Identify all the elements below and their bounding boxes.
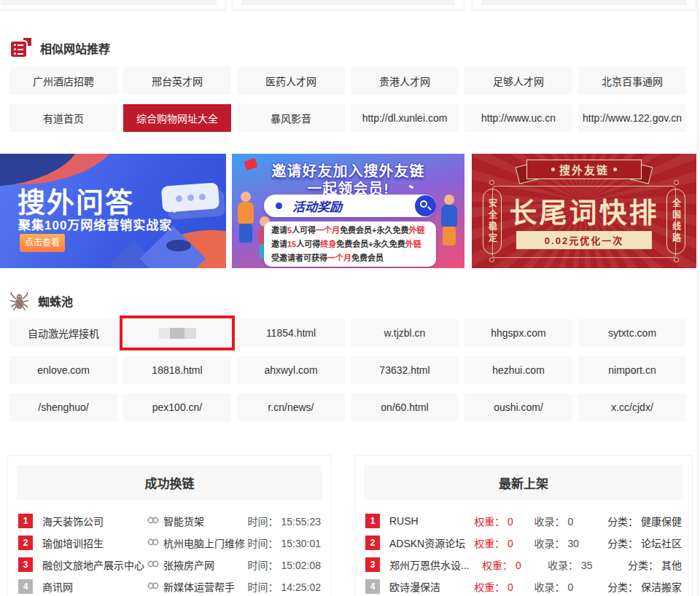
site-link-button[interactable]: /shenghuo/: [9, 393, 117, 421]
invite-rule-line: 受邀请者可获得一个月免费会员: [271, 251, 429, 265]
rank-badge: 4: [18, 579, 33, 594]
site-link-button[interactable]: 有道首页: [9, 104, 117, 132]
site-link-button[interactable]: 综合购物网址大全: [123, 104, 231, 132]
site-link-button[interactable]: sytxtc.com: [578, 319, 686, 347]
banner-souwai-qa[interactable]: 搜外问答 聚集100万网络营销实战家 点击查看: [0, 154, 226, 268]
top-card-inner-bar: [481, 0, 687, 5]
site-link-button[interactable]: 贵港人才网: [351, 67, 459, 95]
dot-decoration: [613, 168, 617, 171]
site-link-button[interactable]: 北京百事通网: [578, 67, 686, 95]
listing-weight: 权重： 0: [474, 536, 534, 550]
similar-sites-section-header: 相似网站推荐: [9, 38, 110, 58]
page-right-border: [697, 0, 698, 596]
rank-badge: 1: [365, 514, 380, 528]
rank-banner-ribbon: 搜外友链: [526, 160, 642, 179]
exchange-partner-link[interactable]: 智能货架: [163, 514, 204, 528]
bullet-dot-icon: [276, 203, 282, 209]
exchange-rows: 1海天装饰公司智能货架时间： 15:55:232瑜伽培训招生杭州电脑上门维修时间…: [8, 509, 331, 596]
redacted-blur-block: [170, 328, 184, 339]
site-link-button[interactable]: oushi.com/: [464, 393, 572, 421]
magnifier-icon: [415, 195, 436, 216]
site-link-button[interactable]: http://dl.xunlei.com: [351, 104, 459, 132]
listing-includes: 收录： 30: [534, 536, 608, 550]
rank-badge: 3: [365, 557, 380, 572]
similar-sites-heading: 相似网站推荐: [40, 39, 110, 57]
exchange-partner-link[interactable]: 杭州电脑上门维修: [163, 536, 245, 550]
banner-longtail-rank[interactable]: 搜外友链 长尾词快排 0.02元优化一次 安全稳定 全国线路: [472, 154, 696, 268]
listing-name-link[interactable]: 郑州万恩供水设...: [389, 557, 482, 572]
site-link-button[interactable]: 18818.html: [123, 356, 231, 384]
site-link-button[interactable]: http://www.122.gov.cn: [578, 104, 686, 132]
listing-name-link[interactable]: ADSKN资源论坛: [389, 536, 474, 550]
new-listings-panel: 最新上架 1RUSH权重： 0收录： 0分类： 健康保健2ADSKN资源论坛权重…: [354, 455, 693, 596]
spider-pool-section-header: 蜘蛛池: [9, 291, 73, 310]
listings-panel-title: 最新上架: [364, 465, 683, 500]
chain-link-icon: [147, 559, 160, 570]
site-link-button[interactable]: x.cc/cjdx/: [578, 393, 686, 421]
exchange-time: 时间： 15:55:23: [248, 514, 321, 528]
qa-banner-cta-button[interactable]: 点击查看: [20, 234, 65, 252]
site-link-button[interactable]: hezhui.com: [464, 356, 572, 384]
listing-weight: 权重： 0: [474, 514, 534, 528]
exchange-site-link[interactable]: 瑜伽培训招生: [42, 536, 147, 550]
site-link-button[interactable]: hhgspx.com: [464, 319, 572, 347]
site-link-button[interactable]: r.cn/news/: [237, 393, 345, 421]
site-link-button[interactable]: 邢台英才网: [123, 67, 231, 95]
site-link-button[interactable]: 73632.html: [351, 356, 459, 384]
illustration-person-left: [238, 192, 254, 243]
site-link-button-redacted[interactable]: [120, 315, 235, 350]
rank-badge: 3: [18, 557, 33, 572]
rank-badge: 4: [365, 579, 380, 594]
spider-icon: [9, 291, 29, 310]
site-link-button[interactable]: 医药人才网: [237, 67, 345, 95]
invite-rule-line: 邀请5人可得一个月免费会员+永久免费外链: [271, 224, 429, 238]
exchange-partner-link[interactable]: 张掖房产网: [163, 557, 214, 572]
exchange-row: 4商讯网新媒体运营帮手时间： 14:25:02: [18, 576, 321, 596]
site-link-button[interactable]: 自动激光焊接机: [9, 319, 117, 347]
invite-rule-line: 邀请15人可得终身免费会员+永久免费外链: [271, 238, 429, 251]
site-link-button[interactable]: 足够人才网: [464, 67, 572, 95]
redacted-blur-block: [159, 328, 170, 339]
exchange-success-panel: 成功换链 1海天装饰公司智能货架时间： 15:55:232瑜伽培训招生杭州电脑上…: [7, 455, 332, 596]
exchange-site-link[interactable]: 融创文旅地产展示中心: [42, 557, 147, 572]
listing-weight: 权重： 0: [482, 557, 548, 572]
site-link-button[interactable]: 11854.html: [237, 319, 345, 347]
listing-includes: 收录： 0: [534, 579, 608, 594]
site-link-button[interactable]: w.tjzbl.cn: [351, 319, 459, 347]
exchange-site-link[interactable]: 海天装饰公司: [42, 514, 147, 528]
chain-link-icon: [147, 515, 160, 527]
chain-link-icon: [147, 537, 160, 549]
site-link-button[interactable]: nimport.cn: [578, 356, 686, 384]
exchange-site-link[interactable]: 商讯网: [42, 579, 147, 594]
banner-invite-friends[interactable]: 邀请好友加入搜外友链 一起领会员! 活动奖励 邀请5人可得一个月免费会员+永久免…: [232, 154, 464, 268]
redacted-blur-block: [184, 328, 196, 339]
invite-reward-label: 活动奖励: [292, 197, 342, 215]
dot-decoration: [551, 168, 555, 171]
listing-category: 分类： 健康保健: [607, 514, 682, 528]
qa-banner-title: 搜外问答: [18, 180, 134, 220]
site-link-button[interactable]: 暴风影音: [237, 104, 345, 132]
top-card-inner-bar: [241, 0, 455, 5]
site-link-button[interactable]: on/60.html: [351, 393, 459, 421]
exchange-partner-link[interactable]: 新媒体运营帮手: [163, 579, 235, 594]
rank-side-label-right: 全国线路: [666, 189, 685, 254]
listing-weight: 权重： 0: [474, 579, 534, 594]
ring-decoration: [674, 257, 679, 262]
listing-name-link[interactable]: RUSH: [389, 515, 474, 527]
listing-includes: 收录： 35: [548, 557, 628, 572]
ring-decoration: [489, 180, 494, 185]
site-link-button[interactable]: enlove.com: [9, 356, 117, 384]
exchange-time: 时间： 15:02:08: [248, 557, 321, 572]
listings-rows: 1RUSH权重： 0收录： 0分类： 健康保健2ADSKN资源论坛权重： 0收录…: [355, 509, 692, 596]
chain-link-icon: [147, 581, 160, 592]
ring-decoration: [489, 257, 494, 262]
cube-hole-decoration: [166, 240, 191, 251]
site-link-button[interactable]: pex100.cn/: [123, 393, 231, 421]
listing-row: 1RUSH权重： 0收录： 0分类： 健康保健: [365, 510, 682, 532]
site-link-button[interactable]: 广州酒店招聘: [9, 67, 117, 95]
listing-name-link[interactable]: 欧诗漫保洁: [389, 579, 474, 594]
spider-pool-heading: 蜘蛛池: [38, 292, 73, 310]
exchange-time: 时间： 14:25:02: [248, 579, 321, 594]
site-link-button[interactable]: ahxwyl.com: [237, 356, 345, 384]
site-link-button[interactable]: http://www.uc.cn: [464, 104, 572, 132]
